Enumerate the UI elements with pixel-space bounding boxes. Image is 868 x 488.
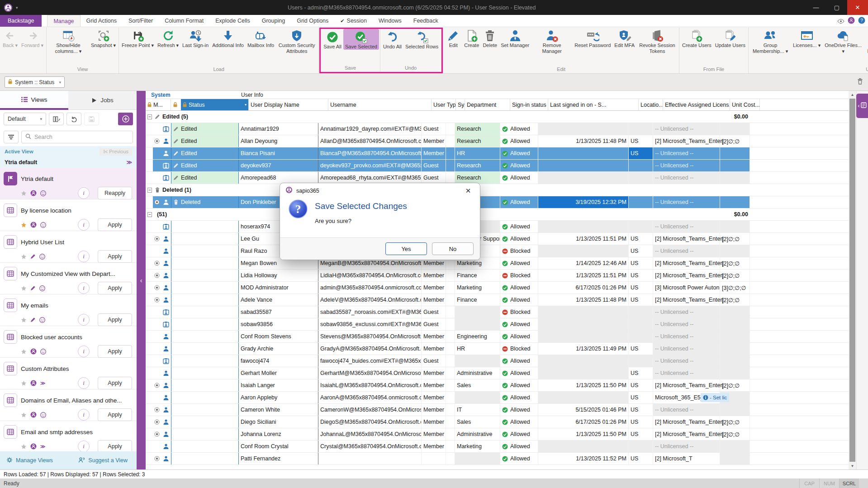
additional-info-button[interactable]: Additional Info	[210, 28, 246, 48]
table-row[interactable]: Megan BowenMeganB@M365x88704954.OnMicros…	[146, 257, 849, 270]
tab-manage[interactable]: Manage	[47, 15, 80, 27]
view-card-hybrid-user-list[interactable]: Hybrid User ListiApply	[0, 231, 137, 263]
unit-cost-cell[interactable]	[720, 221, 750, 232]
location-cell[interactable]: US	[629, 245, 653, 257]
sync-cell[interactable]	[446, 428, 455, 440]
sync-cell[interactable]	[446, 416, 455, 428]
table-row[interactable]: Cameron WhiteCameronW@M365x88704954.OnMi…	[146, 404, 849, 416]
sync-cell[interactable]	[446, 172, 455, 184]
row-margin-cell[interactable]	[146, 453, 153, 464]
sync-cell[interactable]	[446, 441, 455, 452]
unit-cost-cell[interactable]: [2]∅;∅	[720, 416, 750, 428]
last-signin-cell[interactable]	[538, 123, 629, 135]
department-cell[interactable]: Finance	[455, 270, 500, 281]
save-view-button[interactable]	[84, 113, 99, 125]
last-signin-cell[interactable]: 1/13/2025 11:51 PM	[538, 233, 629, 245]
signin-status-cell[interactable]: Allowed	[500, 318, 538, 330]
last-signin-cell[interactable]	[538, 331, 629, 342]
sidebar-tab-views[interactable]: Views	[0, 91, 68, 110]
department-cell[interactable]	[455, 306, 500, 318]
row-selector-cell[interactable]	[153, 428, 161, 440]
user-type-cell[interactable]: Guest	[422, 172, 446, 184]
location-cell[interactable]: US	[629, 257, 653, 269]
group-row-51[interactable]: −(51)$0.00	[146, 208, 849, 221]
unit-cost-cell[interactable]	[720, 172, 750, 184]
user-type-cell[interactable]	[422, 453, 446, 464]
row-filler-cell[interactable]	[750, 172, 849, 184]
licenses-cell[interactable]: [2] Microsoft_Teams_Enter|	[653, 379, 720, 391]
display-name-cell[interactable]: Conf Room Crystal	[239, 441, 318, 452]
last-signin-cell[interactable]: 1/13/2025 11:50 PM	[538, 379, 629, 391]
group-expand-cell[interactable]: −	[146, 208, 153, 220]
scrollbar-thumb[interactable]	[849, 99, 855, 462]
unit-cost-cell[interactable]	[720, 306, 750, 318]
scroll-down-arrow[interactable]: ▼	[849, 462, 856, 469]
location-cell[interactable]: US	[629, 147, 653, 159]
location-cell[interactable]: US	[629, 392, 653, 403]
info-button[interactable]: i	[78, 251, 90, 262]
user-type-icon-cell[interactable]	[161, 318, 171, 330]
status-cell[interactable]	[171, 453, 239, 464]
row-filler-cell[interactable]	[750, 416, 849, 428]
dialog-close-icon[interactable]: ✕	[462, 187, 474, 195]
apply-button[interactable]: Apply	[98, 408, 132, 421]
status-cell[interactable]: Edited	[171, 172, 239, 184]
signin-status-cell[interactable]: Allowed	[500, 160, 538, 171]
licenses-cell[interactable]: [2] Microsoft_Teams_Enter|	[653, 428, 720, 440]
column-header-m[interactable]: M...	[146, 99, 171, 110]
table-row[interactable]: Conf Room StevensStevens@M365x88704954.O…	[146, 331, 849, 343]
licenses-cell[interactable]: -- Unlicensed --	[653, 172, 720, 184]
display-name-cell[interactable]: Diego Siciliani	[239, 416, 318, 428]
row-selector-cell[interactable]	[153, 123, 161, 135]
table-row[interactable]: MOD Administratoradmin@M365x88704954.onm…	[146, 282, 849, 294]
column-header-username[interactable]: Username	[328, 99, 432, 110]
last-signin-cell[interactable]: 1/13/2025 11:49 PM	[538, 343, 629, 355]
status-cell[interactable]: Edited	[171, 135, 239, 147]
info-button[interactable]: i	[78, 441, 90, 451]
row-filler-cell[interactable]	[750, 318, 849, 330]
department-cell[interactable]: Research	[455, 123, 500, 135]
user-type-cell[interactable]: Member	[422, 392, 446, 403]
user-type-icon-cell[interactable]	[161, 306, 171, 318]
row-filler-cell[interactable]	[750, 245, 849, 257]
row-selector-cell[interactable]	[153, 441, 161, 452]
row-selector-cell[interactable]	[153, 135, 161, 147]
row-margin-cell[interactable]	[146, 270, 153, 281]
licenses-cell[interactable]: [2] Microsoft_T	[653, 453, 720, 464]
signin-status-cell[interactable]: Allowed	[500, 233, 538, 245]
status-cell[interactable]	[171, 257, 239, 269]
user-type-icon-cell[interactable]	[161, 221, 171, 232]
group-row-deleted-1[interactable]: −Deleted (1)	[146, 184, 849, 196]
user-type-cell[interactable]: Member	[422, 379, 446, 391]
user-type-cell[interactable]: Member	[422, 294, 446, 306]
row-filler-cell[interactable]	[750, 233, 849, 245]
row-selector-cell[interactable]	[153, 172, 161, 184]
signin-status-cell[interactable]: Blocked	[500, 270, 538, 281]
row-selector-cell[interactable]	[153, 282, 161, 294]
last-signin-cell[interactable]	[538, 245, 629, 257]
username-cell[interactable]: IsaiahL@M365x88704954.OnMicrosoft.com	[318, 379, 422, 391]
status-cell[interactable]	[171, 355, 239, 367]
info-button[interactable]: i	[78, 314, 90, 326]
last-signin-cell[interactable]	[538, 147, 629, 159]
row-filler-cell[interactable]	[750, 367, 849, 379]
licenses-button[interactable]: Licenses... ▾	[791, 28, 822, 48]
user-type-icon-cell[interactable]	[161, 416, 171, 428]
username-cell[interactable]: AaronA@M365x88704954.onmicrosoft.com	[318, 392, 422, 403]
licenses-cell[interactable]: -- Unlicensed --	[653, 343, 720, 355]
row-selector-cell[interactable]	[153, 453, 161, 464]
user-type-cell[interactable]: Member	[422, 343, 446, 355]
licenses-cell[interactable]: [2] Microsoft_Teams_Enter|	[653, 135, 720, 147]
unit-cost-cell[interactable]	[720, 404, 750, 416]
user-type-icon-cell[interactable]	[161, 257, 171, 269]
status-cell[interactable]	[171, 221, 239, 232]
create-users-button[interactable]: Create Users	[680, 28, 713, 48]
user-type-cell[interactable]: Member	[422, 367, 446, 379]
location-cell[interactable]	[629, 355, 653, 367]
group-membership-button[interactable]: Group Membership... ▾	[749, 28, 791, 54]
sync-cell[interactable]	[446, 306, 455, 318]
user-type-cell[interactable]: Member	[422, 282, 446, 294]
department-cell[interactable]	[455, 453, 500, 464]
unit-cost-cell[interactable]	[720, 331, 750, 342]
unit-cost-cell[interactable]: [3]∅;∅;∅	[720, 282, 750, 294]
